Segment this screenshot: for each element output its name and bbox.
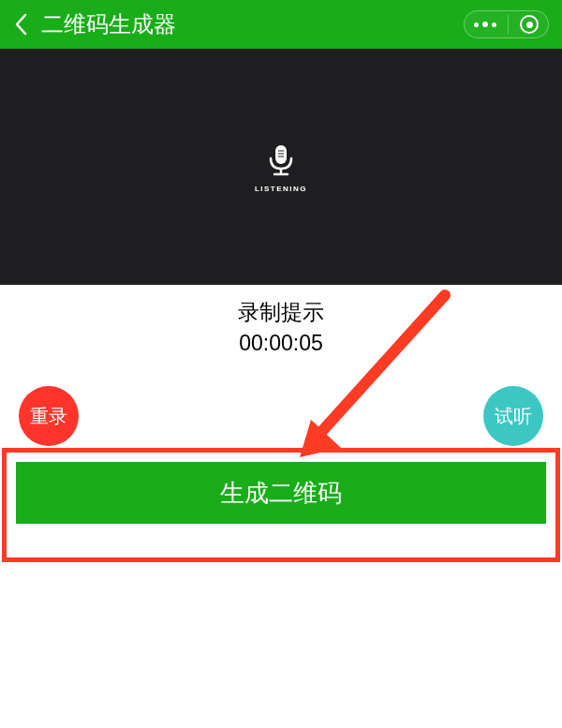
controls-row: 重录 试听 — [0, 386, 562, 446]
close-target-icon[interactable] — [520, 15, 539, 34]
listening-label: LISTENING — [255, 185, 307, 193]
back-icon[interactable] — [13, 12, 28, 37]
recording-panel: LISTENING — [0, 49, 562, 285]
recording-hint: 录制提示 — [0, 298, 562, 327]
preview-label: 试听 — [495, 404, 532, 429]
preview-button[interactable]: 试听 — [483, 386, 543, 446]
recording-info: 录制提示 00:00:05 — [0, 285, 562, 356]
rerecord-button[interactable]: 重录 — [19, 386, 79, 446]
generate-qr-button[interactable]: 生成二维码 — [16, 462, 546, 524]
menu-dots-icon[interactable] — [474, 22, 508, 27]
rerecord-label: 重录 — [30, 404, 67, 429]
svg-rect-0 — [275, 145, 287, 164]
microphone-icon — [262, 141, 300, 179]
app-header: 二维码生成器 — [0, 0, 562, 49]
highlight-annotation: 生成二维码 — [2, 448, 560, 562]
capsule-divider — [508, 15, 509, 34]
generate-label: 生成二维码 — [220, 477, 342, 510]
recording-timer: 00:00:05 — [0, 331, 562, 356]
page-title: 二维码生成器 — [41, 9, 176, 39]
capsule-menu — [464, 10, 549, 38]
